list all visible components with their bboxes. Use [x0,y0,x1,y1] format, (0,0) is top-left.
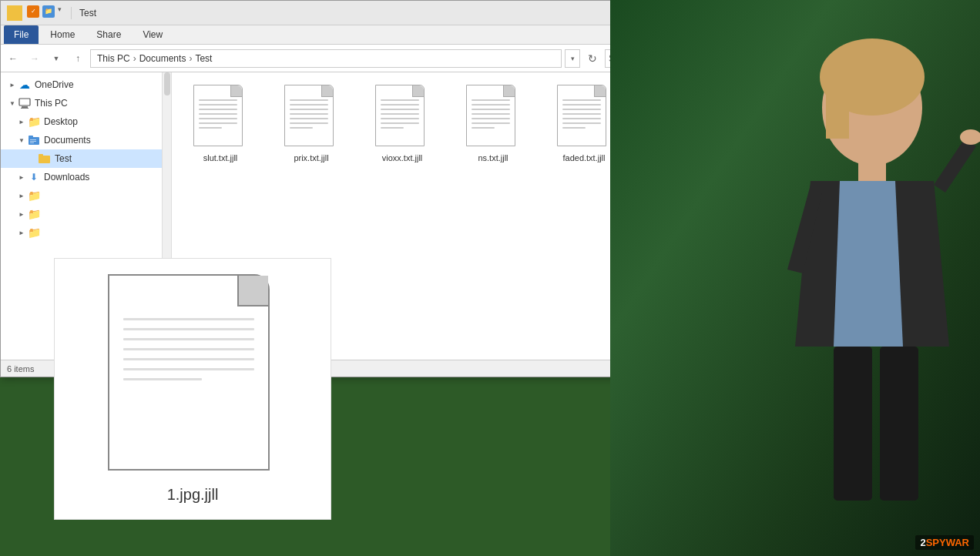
sidebar-scrollbar-thumb[interactable] [164,72,170,95]
brand-name: SPYWAR [926,537,969,548]
file-icon-4 [466,85,520,150]
file-name-2: prix.txt.jjll [294,153,328,162]
file-name-1: slut.txt.jjll [203,153,238,162]
expander-music[interactable]: ► [16,190,27,201]
expander-desktop[interactable]: ► [16,116,27,127]
quick-folder-btn[interactable]: 📁 [42,5,55,18]
sidebar-item-music[interactable]: ► 📁 [1,186,162,205]
large-file-paper [108,274,270,471]
videos-icon: 📁 [27,226,41,239]
svg-rect-7 [30,139,36,140]
large-file-lines [123,318,254,380]
expander-documents[interactable]: ▼ [16,135,27,146]
svg-rect-15 [858,158,886,181]
brand-number: 2 [920,537,925,548]
thispc-icon [18,96,32,110]
dropdown-btn[interactable]: ▼ [47,49,65,68]
svg-rect-1 [8,8,13,11]
forward-button[interactable]: → [25,49,44,68]
file-lines-5 [562,99,601,132]
file-lines-1 [199,99,237,132]
svg-rect-8 [30,141,36,142]
svg-rect-9 [30,142,34,143]
title-separator [71,7,72,19]
sidebar-item-test[interactable]: ► Test [1,149,162,168]
back-button[interactable]: ← [4,49,22,68]
svg-rect-11 [39,154,43,156]
sidebar-item-videos[interactable]: ► 📁 [1,223,162,242]
sidebar-item-documents[interactable]: ▼ Documents [1,131,162,149]
file-icon-2 [284,85,338,150]
tab-share[interactable]: Share [86,25,131,44]
person-area [610,0,980,556]
downloads-label: Downloads [44,172,89,183]
large-file-overlay: 1.jpg.jjll [54,258,331,520]
downloads-icon: ⬇ [27,170,41,184]
path-test: Test [195,53,212,64]
window-title: Test [79,8,649,18]
file-name-5: faded.txt.jjll [562,153,605,162]
svg-rect-2 [19,99,30,106]
path-documents: Documents [139,53,186,64]
expander-downloads[interactable]: ► [16,172,27,183]
test-label: Test [55,153,72,164]
svg-rect-18 [880,347,918,501]
brand-badge: 2SPYWAR [915,535,974,550]
large-file-icon [108,274,277,478]
file-item-3[interactable]: vioxx.txt.jjll [360,79,445,169]
tab-file[interactable]: File [4,25,39,44]
up-button[interactable]: ↑ [69,49,87,68]
svg-rect-0 [8,10,20,18]
file-icon-5 [557,85,611,150]
file-icon-3 [375,85,429,150]
svg-rect-3 [22,106,28,108]
sidebar-item-pictures[interactable]: ► 📁 [1,205,162,223]
onedrive-icon: ☁ [18,78,32,92]
sidebar-item-downloads[interactable]: ► ⬇ Downloads [1,168,162,186]
sidebar-item-desktop[interactable]: ► 📁 Desktop [1,112,162,131]
documents-label: Documents [44,135,91,146]
folder-icon-title [7,5,22,21]
expander-videos[interactable]: ► [16,227,27,238]
file-paper-2 [284,85,334,146]
file-name-3: vioxx.txt.jjll [382,153,423,162]
file-name-4: ns.txt.jjll [478,153,508,162]
file-paper-1 [193,85,243,146]
file-lines-4 [472,99,510,132]
file-item-2[interactable]: prix.txt.jjll [269,79,354,169]
test-folder-icon [38,152,52,166]
large-file-name: 1.jpg.jjll [167,486,219,504]
expander-onedrive[interactable]: ► [7,79,18,90]
file-icon-1 [193,85,247,150]
thispc-label: This PC [35,98,68,109]
file-paper-3 [375,85,425,146]
expander-pictures[interactable]: ► [16,209,27,219]
file-paper-5 [557,85,606,146]
pictures-icon: 📁 [27,207,41,221]
quick-save-btn[interactable]: ✓ [27,5,39,18]
sidebar-item-onedrive[interactable]: ► ☁ OneDrive [1,75,162,94]
svg-rect-17 [834,347,872,501]
file-paper-4 [466,85,515,146]
tab-view[interactable]: View [133,25,173,44]
file-lines-2 [290,99,328,132]
address-path[interactable]: This PC › Documents › Test [90,49,562,68]
path-thispc: This PC [97,53,130,64]
tab-home[interactable]: Home [40,25,85,44]
item-count: 6 items [7,364,34,373]
svg-rect-14 [826,77,849,139]
svg-rect-10 [39,156,50,163]
refresh-button[interactable]: ↻ [583,49,602,68]
desktop-label: Desktop [44,116,78,127]
person-svg [610,0,980,556]
expander-thispc[interactable]: ▼ [7,98,18,109]
quick-access-toolbar: ✓ 📁 ▾ [7,5,62,21]
file-lines-3 [381,99,419,132]
documents-icon [27,133,41,147]
music-icon: 📁 [27,189,41,203]
address-dropdown-btn[interactable]: ▾ [565,49,580,68]
file-item-1[interactable]: slut.txt.jjll [178,79,263,169]
file-item-4[interactable]: ns.txt.jjll [451,79,535,169]
sidebar-item-thispc[interactable]: ▼ This PC [1,94,162,112]
desktop-icon: 📁 [27,115,41,129]
